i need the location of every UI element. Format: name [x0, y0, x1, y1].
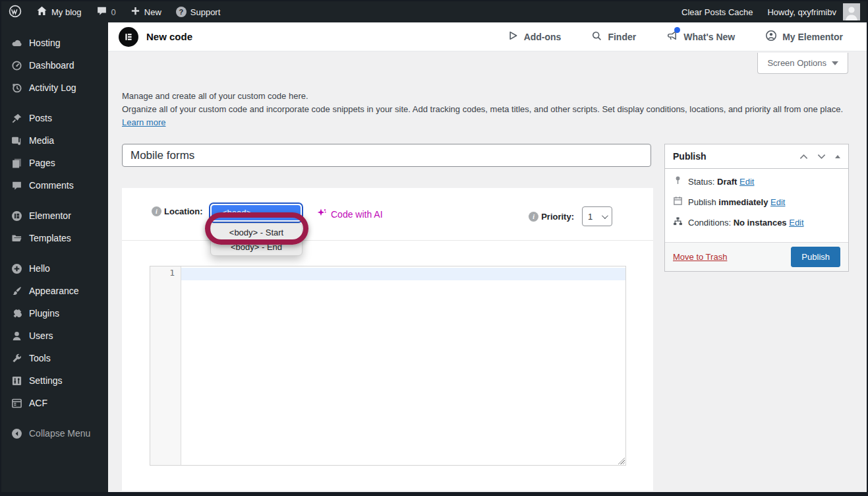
pushpin-icon	[11, 113, 22, 124]
move-to-trash-link[interactable]: Move to Trash	[673, 252, 727, 262]
info-icon[interactable]: i	[529, 212, 538, 222]
comment-bubble-icon	[96, 5, 107, 18]
sidebar-item-elementor[interactable]: Elementor	[1, 204, 108, 227]
folder-icon	[11, 233, 22, 244]
wp-admin-bar: My blog 0 New ? Support Clear Posts Cach…	[1, 1, 867, 22]
elementor-icon	[11, 210, 22, 222]
move-down-icon[interactable]	[817, 150, 826, 162]
avatar[interactable]	[843, 3, 860, 20]
publish-footer: Move to Trash Publish	[665, 242, 848, 271]
sidebar-item-label: Hosting	[29, 38, 60, 48]
notification-dot	[674, 27, 680, 33]
edit-status-link[interactable]: Edit	[739, 177, 754, 187]
status-row: Status: Draft Edit	[673, 175, 840, 187]
new-menu[interactable]: New	[123, 1, 169, 22]
learn-more-link[interactable]: Learn more	[122, 117, 165, 127]
sidebar-item-label: Appearance	[29, 286, 79, 296]
location-option-body-start[interactable]: <body> - Start	[211, 225, 302, 239]
location-select[interactable]: <head>	[209, 202, 303, 223]
sidebar-item-comments[interactable]: Comments	[1, 174, 108, 197]
sidebar-item-templates[interactable]: Templates	[1, 227, 108, 249]
page-title: New code	[146, 31, 192, 42]
priority-group: i Priority: 1	[529, 206, 612, 226]
site-name: My blog	[51, 7, 82, 17]
sidebar-item-plugins[interactable]: Plugins	[1, 302, 108, 325]
info-icon[interactable]: i	[152, 206, 161, 216]
code-with-ai-button[interactable]: Code with AI	[316, 208, 383, 220]
sidebar-item-pages[interactable]: Pages	[1, 152, 108, 174]
whats-new-label: What's New	[683, 32, 735, 42]
code-title-input[interactable]	[122, 144, 651, 167]
wp-logo-menu[interactable]	[1, 1, 29, 22]
sidebar-item-appearance[interactable]: Appearance	[1, 280, 108, 302]
conditions-row: Conditions: No instances Edit	[673, 216, 840, 228]
sidebar-item-media[interactable]: Media	[1, 129, 108, 152]
sidebar-item-hosting[interactable]: Hosting	[1, 32, 108, 54]
publish-date-value: immediately	[718, 197, 768, 207]
new-label: New	[144, 7, 161, 17]
sidebar-item-label: ACF	[29, 398, 47, 408]
location-row: i Location: <head> <body> - Start <body>…	[122, 188, 653, 241]
location-selected-option[interactable]: <head>	[212, 205, 301, 220]
sidebar-item-label: Pages	[29, 158, 55, 168]
intro-line-1: Manage and create all of your custom cod…	[122, 90, 852, 103]
elementor-logo-icon	[119, 27, 138, 47]
user-icon	[11, 330, 22, 342]
sidebar-item-hello[interactable]: Hello	[1, 257, 108, 280]
location-option-body-end[interactable]: <body> - End	[211, 239, 302, 254]
intro-line-2: Organize all of your custom code and inc…	[122, 103, 852, 129]
sidebar-item-tools[interactable]: Tools	[1, 347, 108, 369]
resize-handle[interactable]	[616, 456, 625, 464]
chevron-down-icon	[602, 212, 608, 219]
sidebar-item-label: Templates	[29, 233, 71, 243]
sidebar-item-acf[interactable]: ACF	[1, 392, 108, 414]
screen-options-button[interactable]: Screen Options	[757, 53, 848, 74]
priority-select[interactable]: 1	[582, 206, 612, 226]
toggle-panel-icon[interactable]	[835, 155, 840, 158]
conditions-label: Conditions:	[688, 218, 731, 228]
clear-posts-cache-button[interactable]: Clear Posts Cache	[674, 7, 760, 17]
paintbrush-icon	[11, 286, 22, 297]
sidebar-item-label: Posts	[29, 113, 52, 123]
account-menu[interactable]: Howdy, qxyfrimibv	[760, 7, 838, 17]
comment-icon	[11, 180, 22, 191]
editor-active-line	[181, 268, 625, 280]
wrench-icon	[11, 353, 22, 364]
publish-header[interactable]: Publish	[665, 144, 848, 169]
gauge-icon	[11, 60, 22, 71]
collapse-menu-button[interactable]: Collapse Menu	[1, 422, 108, 445]
addons-label: Add-ons	[524, 32, 562, 42]
pin-icon	[673, 175, 683, 187]
sidebar-item-activity-log[interactable]: Activity Log	[1, 77, 108, 99]
site-menu[interactable]: My blog	[29, 1, 89, 22]
page-body: Screen Options Manage and create all of …	[108, 51, 867, 492]
edit-publish-date-link[interactable]: Edit	[770, 197, 785, 207]
addons-button[interactable]: Add-ons	[507, 30, 562, 44]
move-up-icon[interactable]	[799, 150, 808, 162]
status-value: Draft	[717, 177, 737, 187]
screen-options-label: Screen Options	[767, 58, 826, 68]
code-editor[interactable]: 1	[150, 266, 626, 466]
edit-conditions-link[interactable]: Edit	[789, 218, 803, 228]
publish-button[interactable]: Publish	[791, 247, 840, 267]
support-menu[interactable]: ? Support	[169, 1, 228, 22]
my-elementor-button[interactable]: My Elementor	[765, 30, 843, 44]
sidebar-item-label: Dashboard	[29, 60, 74, 71]
comments-menu[interactable]: 0	[89, 1, 123, 22]
line-number: 1	[169, 268, 175, 278]
custom-code-panel: i Location: <head> <body> - Start <body>…	[122, 188, 653, 491]
calendar-icon	[673, 196, 683, 208]
support-label: Support	[190, 7, 221, 17]
editor-gutter: 1	[150, 266, 181, 465]
location-dropdown-popup: <body> - Start <body> - End	[210, 223, 303, 256]
sidebar-item-dashboard[interactable]: Dashboard	[1, 54, 108, 77]
whats-new-button[interactable]: What's New	[666, 30, 735, 44]
finder-button[interactable]: Finder	[591, 30, 636, 44]
editor-code-area[interactable]	[181, 266, 625, 465]
sidebar-item-settings[interactable]: Settings	[1, 369, 108, 392]
plug-icon	[11, 308, 22, 319]
conditions-value: No instances	[734, 218, 787, 228]
sidebar-item-users[interactable]: Users	[1, 325, 108, 347]
sidebar-item-posts[interactable]: Posts	[1, 107, 108, 129]
ai-sparkle-icon	[316, 208, 327, 220]
